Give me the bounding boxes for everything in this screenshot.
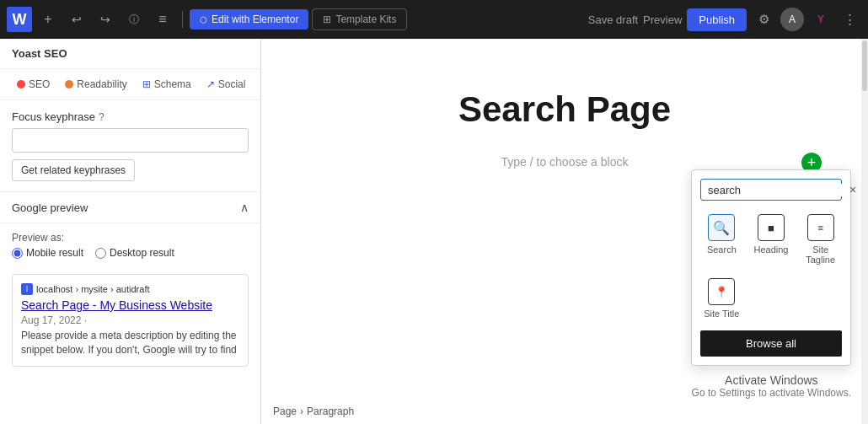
seo-label: SEO	[29, 78, 50, 90]
tagline-block-icon: ≡	[807, 214, 834, 241]
yoast-header: Yoast SEO	[0, 39, 260, 69]
block-item-site-title[interactable]: 📍 Site Title	[700, 275, 743, 322]
focus-keyphrase-label: Focus keyphrase ?	[12, 110, 249, 123]
breadcrumb: Page › Paragraph	[273, 405, 354, 417]
tab-social[interactable]: ↗ Social	[201, 76, 251, 93]
google-preview-header[interactable]: Google preview ∧	[0, 192, 260, 223]
favicon-icon: l	[21, 283, 33, 295]
block-item-site-tagline[interactable]: ≡ Site Tagline	[799, 211, 842, 268]
undo-btn[interactable]: ↩	[64, 7, 89, 32]
elementor-label: Edit with Elementor	[212, 13, 298, 25]
more-menu-btn[interactable]: ⋮	[838, 8, 861, 31]
activate-windows-overlay: Activate Windows Go to Settings to activ…	[692, 373, 851, 399]
schema-icon: ⊞	[142, 78, 151, 90]
block-item-search[interactable]: 🔍 Search	[700, 211, 743, 268]
focus-keyphrase-section: Focus keyphrase ? Get related keyphrases	[0, 100, 260, 192]
block-search-input[interactable]	[708, 184, 849, 196]
preview-title[interactable]: Search Page - My Business Website	[21, 298, 239, 312]
help-icon[interactable]: ?	[99, 111, 104, 123]
readability-label: Readability	[77, 78, 126, 90]
breadcrumb-block: Paragraph	[307, 405, 354, 417]
tagline-block-label: Site Tagline	[802, 244, 839, 265]
scrollbar[interactable]	[861, 39, 868, 424]
editor-area[interactable]: Search Page Type / to choose a block + 1…	[261, 39, 868, 424]
preview-as-section: Preview as: Mobile result Desktop result	[0, 223, 260, 267]
toolbar-right: Save draft Preview Publish ⚙ A Y ⋮	[588, 8, 861, 31]
social-icon: ↗	[206, 78, 215, 90]
desktop-result-radio[interactable]: Desktop result	[95, 247, 174, 259]
activate-windows-subtitle: Go to Settings to activate Windows.	[692, 387, 851, 399]
page-title[interactable]: Search Page	[295, 89, 834, 130]
tab-readability[interactable]: Readability	[60, 76, 131, 93]
publish-btn[interactable]: Publish	[687, 8, 747, 31]
tab-seo[interactable]: SEO	[12, 76, 55, 93]
activate-windows-title: Activate Windows	[692, 373, 851, 387]
readability-dot	[65, 80, 73, 89]
browse-all-btn[interactable]: Browse all	[700, 330, 842, 357]
settings-btn[interactable]: ⚙	[752, 8, 775, 31]
keyphrase-input[interactable]	[12, 128, 249, 153]
left-panel: Yoast SEO SEO Readability ⊞ Schema ↗ Soc…	[0, 39, 261, 424]
template-icon: ⊞	[323, 13, 331, 25]
toolbar-left: W + ↩ ↪ ⓘ ≡ ⬡ Edit with Elementor ⊞ Temp…	[7, 7, 407, 32]
breadcrumb-separator: ›	[300, 405, 303, 417]
site-title-block-label: Site Title	[704, 309, 739, 319]
template-kits-btn[interactable]: ⊞ Template Kits	[312, 8, 407, 30]
block-item-heading[interactable]: ■ Heading	[750, 211, 793, 268]
preview-btn[interactable]: Preview	[643, 13, 682, 26]
search-block-icon: 🔍	[708, 214, 735, 241]
get-related-keyphrases-btn[interactable]: Get related keyphrases	[12, 159, 135, 181]
mobile-result-radio[interactable]: Mobile result	[12, 247, 83, 259]
site-title-block-icon: 📍	[708, 278, 735, 305]
edit-elementor-btn[interactable]: ⬡ Edit with Elementor	[190, 9, 308, 30]
google-preview-card: l localhost › mysite › autidraft Search …	[12, 274, 249, 367]
schema-label: Schema	[154, 78, 191, 90]
preview-url: l localhost › mysite › autidraft	[21, 283, 239, 295]
yoast-tabs: SEO Readability ⊞ Schema ↗ Social	[0, 69, 260, 100]
collapse-preview-btn[interactable]: ∧	[240, 201, 249, 214]
heading-block-icon: ■	[758, 214, 785, 241]
preview-radio-group: Mobile result Desktop result	[12, 247, 249, 259]
breadcrumb-page: Page	[273, 405, 297, 417]
toolbar-divider	[182, 11, 183, 28]
template-label: Template Kits	[335, 13, 396, 25]
search-clear-btn[interactable]: ×	[849, 183, 856, 196]
save-draft-btn[interactable]: Save draft	[588, 13, 638, 26]
heading-block-label: Heading	[754, 244, 789, 255]
google-preview-title: Google preview	[12, 201, 88, 214]
wp-logo[interactable]: W	[7, 7, 32, 32]
scroll-thumb[interactable]	[862, 40, 867, 91]
details-btn[interactable]: ⓘ	[121, 7, 147, 32]
block-results-grid: 🔍 Search ■ Heading ≡ Site Tagline 📍 Site…	[700, 211, 842, 322]
social-label: Social	[218, 78, 246, 90]
main-area: Yoast SEO SEO Readability ⊞ Schema ↗ Soc…	[0, 39, 868, 424]
tab-schema[interactable]: ⊞ Schema	[137, 76, 196, 93]
yoast-btn[interactable]: Y	[809, 8, 833, 31]
toolbar: W + ↩ ↪ ⓘ ≡ ⬡ Edit with Elementor ⊞ Temp…	[0, 0, 868, 39]
seo-dot	[17, 80, 25, 89]
user-avatar-btn[interactable]: A	[780, 8, 804, 31]
elementor-icon: ⬡	[200, 15, 207, 24]
search-block-label: Search	[707, 244, 737, 255]
preview-description: Please provide a meta description by edi…	[21, 329, 239, 357]
add-block-toolbar-btn[interactable]: +	[35, 7, 61, 32]
redo-btn[interactable]: ↪	[93, 7, 118, 32]
preview-date: Aug 17, 2022 ·	[21, 314, 239, 326]
more-tools-btn[interactable]: ≡	[150, 7, 175, 32]
block-search-popup: × 🔍 Search ■ Heading ≡ Site Tagline	[691, 169, 851, 366]
search-input-row: ×	[700, 179, 842, 201]
